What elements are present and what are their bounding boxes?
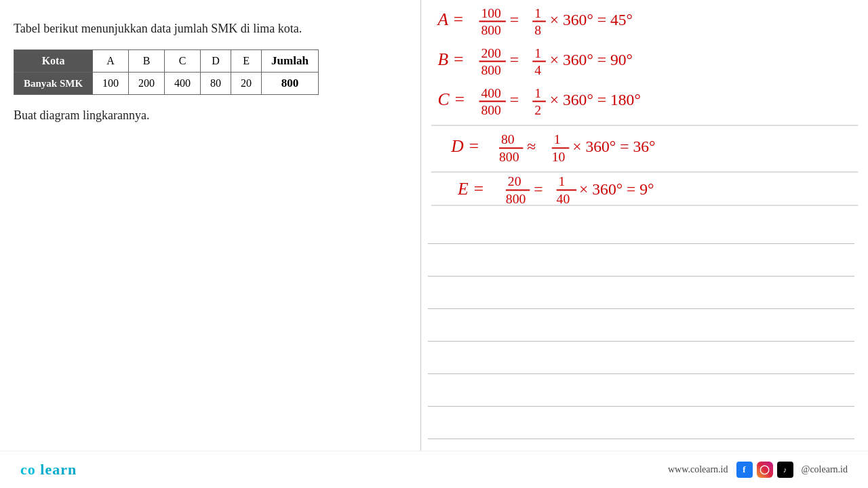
svg-text:1: 1: [534, 85, 541, 100]
social-icons: f ◯ ♪: [736, 462, 793, 478]
svg-text:100: 100: [481, 5, 501, 20]
line-7: [428, 407, 854, 439]
left-panel: Tabel berikut menunjukkan data jumlah SM…: [0, 0, 420, 488]
footer: co learn www.colearn.id f ◯ ♪ @colearn.i…: [0, 451, 868, 488]
logo-co: co: [20, 461, 36, 478]
logo-learn: learn: [40, 461, 77, 478]
svg-text:=: =: [510, 51, 519, 68]
val-d: 80: [201, 73, 231, 95]
social-handle: @colearn.id: [802, 464, 848, 475]
data-table: Kota A B C D E Jumlah Banyak SMK 100 200…: [14, 49, 319, 95]
val-c: 400: [165, 73, 201, 95]
svg-text:=: =: [534, 180, 542, 198]
svg-text:≈: ≈: [527, 138, 536, 155]
svg-text:× 360° = 180°: × 360° = 180°: [550, 91, 641, 108]
svg-text:=: =: [510, 11, 519, 28]
svg-text:400: 400: [481, 85, 501, 100]
svg-text:=: =: [510, 91, 519, 108]
svg-text:800: 800: [506, 191, 526, 206]
val-jumlah: 800: [262, 73, 319, 95]
line-5: [428, 342, 854, 374]
col-a: A: [93, 50, 129, 73]
header-banyak-smk: Banyak SMK: [14, 73, 93, 95]
svg-text:200: 200: [481, 45, 501, 60]
svg-text:800: 800: [481, 102, 501, 117]
svg-text:1: 1: [559, 174, 566, 188]
footer-logo: co learn: [20, 461, 77, 479]
sub-text: Buat diagram lingkarannya.: [14, 108, 407, 123]
svg-text:D =: D =: [450, 136, 479, 156]
svg-text:8: 8: [534, 22, 541, 37]
problem-text: Tabel berikut menunjukkan data jumlah SM…: [14, 20, 407, 37]
line-2: [428, 244, 854, 277]
line-1: [428, 211, 854, 244]
header-kota: Kota: [14, 50, 93, 73]
svg-text:1: 1: [554, 131, 561, 146]
svg-text:× 360° = 90°: × 360° = 90°: [550, 51, 633, 68]
svg-text:B =: B =: [438, 49, 465, 69]
col-d: D: [201, 50, 231, 73]
val-b: 200: [129, 73, 165, 95]
svg-text:2: 2: [534, 102, 541, 117]
col-b: B: [129, 50, 165, 73]
col-e: E: [231, 50, 262, 73]
col-c: C: [165, 50, 201, 73]
svg-text:× 360° = 36°: × 360° = 36°: [572, 138, 655, 155]
svg-text:20: 20: [508, 174, 521, 188]
right-panel: A = 100 800 = 1 8 × 360° = 45° B = 200 8…: [420, 0, 868, 488]
math-solution-svg: A = 100 800 = 1 8 × 360° = 45° B = 200 8…: [421, 0, 868, 207]
line-4: [428, 309, 854, 342]
lines-container: [428, 211, 854, 449]
svg-text:× 360° = 9°: × 360° = 9°: [579, 180, 654, 198]
line-3: [428, 277, 854, 309]
svg-text:800: 800: [481, 62, 501, 77]
svg-text:A =: A =: [437, 9, 465, 29]
footer-url: www.colearn.id: [668, 464, 728, 475]
tiktok-icon: ♪: [777, 462, 793, 478]
svg-text:40: 40: [557, 191, 570, 206]
svg-text:× 360° = 45°: × 360° = 45°: [550, 11, 633, 28]
footer-right: www.colearn.id f ◯ ♪ @colearn.id: [668, 462, 848, 478]
svg-text:E =: E =: [457, 179, 484, 199]
svg-text:800: 800: [481, 22, 501, 37]
svg-text:4: 4: [534, 62, 541, 77]
svg-text:1: 1: [534, 5, 541, 20]
instagram-icon: ◯: [757, 462, 773, 478]
val-e: 20: [231, 73, 262, 95]
facebook-icon: f: [736, 462, 753, 478]
svg-text:10: 10: [552, 149, 566, 164]
main-content: Tabel berikut menunjukkan data jumlah SM…: [0, 0, 868, 488]
svg-text:1: 1: [534, 45, 541, 60]
svg-text:800: 800: [499, 149, 519, 164]
val-a: 100: [93, 73, 129, 95]
svg-text:80: 80: [501, 131, 515, 146]
svg-text:C =: C =: [438, 89, 466, 109]
col-jumlah: Jumlah: [262, 50, 319, 73]
line-6: [428, 374, 854, 407]
